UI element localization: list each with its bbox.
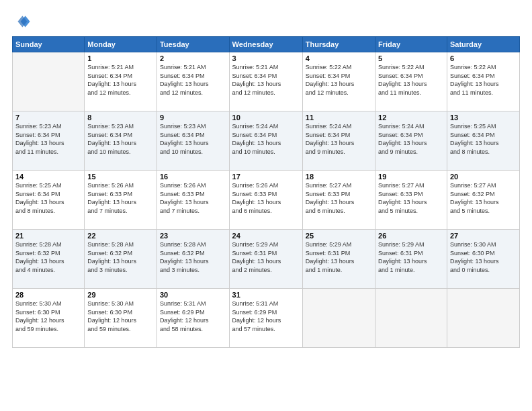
day-info: Sunrise: 5:31 AMSunset: 6:29 PMDaylight:… xyxy=(160,300,226,333)
day-cell: 23Sunrise: 5:28 AMSunset: 6:32 PMDayligh… xyxy=(157,230,229,289)
day-info: Sunrise: 5:23 AMSunset: 6:34 PMDaylight:… xyxy=(15,122,81,156)
day-number: 18 xyxy=(306,173,372,181)
day-number: 6 xyxy=(450,54,517,62)
day-info: Sunrise: 5:21 AMSunset: 6:34 PMDaylight:… xyxy=(232,63,300,97)
header-cell-sunday: Sunday xyxy=(13,37,85,52)
header-cell-thursday: Thursday xyxy=(302,37,375,52)
day-info: Sunrise: 5:28 AMSunset: 6:32 PMDaylight:… xyxy=(160,240,226,274)
day-info: Sunrise: 5:30 AMSunset: 6:30 PMDaylight:… xyxy=(450,240,517,274)
day-info: Sunrise: 5:23 AMSunset: 6:34 PMDaylight:… xyxy=(87,122,154,156)
day-cell: 16Sunrise: 5:26 AMSunset: 6:33 PMDayligh… xyxy=(157,171,229,230)
header-cell-tuesday: Tuesday xyxy=(157,37,229,52)
day-number: 17 xyxy=(232,173,300,181)
day-cell: 30Sunrise: 5:31 AMSunset: 6:29 PMDayligh… xyxy=(157,289,229,348)
day-cell: 6Sunrise: 5:22 AMSunset: 6:34 PMDaylight… xyxy=(447,52,519,111)
day-number: 19 xyxy=(378,173,444,181)
day-number: 15 xyxy=(87,173,154,181)
day-cell: 1Sunrise: 5:21 AMSunset: 6:34 PMDaylight… xyxy=(85,52,157,111)
day-cell: 5Sunrise: 5:22 AMSunset: 6:34 PMDaylight… xyxy=(375,52,447,111)
day-number: 12 xyxy=(378,113,444,122)
day-number: 8 xyxy=(87,113,154,122)
day-cell: 29Sunrise: 5:30 AMSunset: 6:30 PMDayligh… xyxy=(85,289,157,348)
day-info: Sunrise: 5:30 AMSunset: 6:30 PMDaylight:… xyxy=(15,300,81,333)
day-cell: 2Sunrise: 5:21 AMSunset: 6:34 PMDaylight… xyxy=(157,52,229,111)
day-cell: 8Sunrise: 5:23 AMSunset: 6:34 PMDaylight… xyxy=(85,111,157,171)
header-cell-wednesday: Wednesday xyxy=(229,37,302,52)
day-number: 3 xyxy=(232,54,300,62)
day-cell: 18Sunrise: 5:27 AMSunset: 6:33 PMDayligh… xyxy=(302,171,375,230)
day-number: 14 xyxy=(15,173,81,181)
day-info: Sunrise: 5:25 AMSunset: 6:34 PMDaylight:… xyxy=(450,122,517,156)
calendar-table: SundayMondayTuesdayWednesdayThursdayFrid… xyxy=(12,36,520,348)
day-cell: 22Sunrise: 5:28 AMSunset: 6:32 PMDayligh… xyxy=(85,230,157,289)
page: SundayMondayTuesdayWednesdayThursdayFrid… xyxy=(0,0,532,411)
header-cell-friday: Friday xyxy=(375,37,447,52)
day-info: Sunrise: 5:22 AMSunset: 6:34 PMDaylight:… xyxy=(450,63,517,97)
day-number: 21 xyxy=(15,232,81,240)
day-cell: 14Sunrise: 5:25 AMSunset: 6:34 PMDayligh… xyxy=(13,171,85,230)
day-cell: 31Sunrise: 5:31 AMSunset: 6:29 PMDayligh… xyxy=(229,289,302,348)
day-info: Sunrise: 5:24 AMSunset: 6:34 PMDaylight:… xyxy=(232,122,300,156)
day-info: Sunrise: 5:28 AMSunset: 6:32 PMDaylight:… xyxy=(15,240,81,274)
day-cell: 9Sunrise: 5:23 AMSunset: 6:34 PMDaylight… xyxy=(157,111,229,171)
day-info: Sunrise: 5:27 AMSunset: 6:33 PMDaylight:… xyxy=(378,181,444,215)
day-cell: 15Sunrise: 5:26 AMSunset: 6:33 PMDayligh… xyxy=(85,171,157,230)
day-info: Sunrise: 5:27 AMSunset: 6:32 PMDaylight:… xyxy=(450,181,517,215)
day-number: 28 xyxy=(15,291,81,299)
day-info: Sunrise: 5:22 AMSunset: 6:34 PMDaylight:… xyxy=(378,63,444,97)
day-cell: 26Sunrise: 5:29 AMSunset: 6:31 PMDayligh… xyxy=(375,230,447,289)
day-number: 24 xyxy=(232,232,300,240)
week-row-3: 14Sunrise: 5:25 AMSunset: 6:34 PMDayligh… xyxy=(13,171,520,230)
day-info: Sunrise: 5:29 AMSunset: 6:31 PMDaylight:… xyxy=(378,240,444,274)
day-info: Sunrise: 5:23 AMSunset: 6:34 PMDaylight:… xyxy=(160,122,226,156)
day-info: Sunrise: 5:22 AMSunset: 6:34 PMDaylight:… xyxy=(306,63,372,97)
day-cell: 21Sunrise: 5:28 AMSunset: 6:32 PMDayligh… xyxy=(13,230,85,289)
day-number: 26 xyxy=(378,232,444,240)
day-number: 4 xyxy=(306,54,372,62)
day-cell: 24Sunrise: 5:29 AMSunset: 6:31 PMDayligh… xyxy=(229,230,302,289)
day-cell: 4Sunrise: 5:22 AMSunset: 6:34 PMDaylight… xyxy=(302,52,375,111)
day-info: Sunrise: 5:26 AMSunset: 6:33 PMDaylight:… xyxy=(87,181,154,215)
day-number: 29 xyxy=(87,291,154,299)
day-cell: 20Sunrise: 5:27 AMSunset: 6:32 PMDayligh… xyxy=(447,171,519,230)
day-number: 22 xyxy=(87,232,154,240)
day-info: Sunrise: 5:31 AMSunset: 6:29 PMDaylight:… xyxy=(232,300,300,333)
day-number: 10 xyxy=(232,113,300,122)
day-cell: 13Sunrise: 5:25 AMSunset: 6:34 PMDayligh… xyxy=(447,111,519,171)
day-info: Sunrise: 5:26 AMSunset: 6:33 PMDaylight:… xyxy=(160,181,226,215)
day-info: Sunrise: 5:28 AMSunset: 6:32 PMDaylight:… xyxy=(87,240,154,274)
header xyxy=(12,12,520,31)
calendar-body: 1Sunrise: 5:21 AMSunset: 6:34 PMDaylight… xyxy=(13,52,520,348)
day-number: 25 xyxy=(306,232,372,240)
day-cell: 7Sunrise: 5:23 AMSunset: 6:34 PMDaylight… xyxy=(13,111,85,171)
week-row-4: 21Sunrise: 5:28 AMSunset: 6:32 PMDayligh… xyxy=(13,230,520,289)
day-number: 13 xyxy=(450,113,517,122)
day-info: Sunrise: 5:29 AMSunset: 6:31 PMDaylight:… xyxy=(306,240,372,274)
day-number: 1 xyxy=(87,54,154,62)
day-info: Sunrise: 5:26 AMSunset: 6:33 PMDaylight:… xyxy=(232,181,300,215)
calendar-header: SundayMondayTuesdayWednesdayThursdayFrid… xyxy=(13,37,520,52)
header-row: SundayMondayTuesdayWednesdayThursdayFrid… xyxy=(13,37,520,52)
day-number: 7 xyxy=(15,113,81,122)
day-cell: 3Sunrise: 5:21 AMSunset: 6:34 PMDaylight… xyxy=(229,52,302,111)
day-number: 16 xyxy=(160,173,226,181)
day-info: Sunrise: 5:24 AMSunset: 6:34 PMDaylight:… xyxy=(306,122,372,156)
day-cell xyxy=(447,289,519,348)
day-cell: 12Sunrise: 5:24 AMSunset: 6:34 PMDayligh… xyxy=(375,111,447,171)
day-info: Sunrise: 5:21 AMSunset: 6:34 PMDaylight:… xyxy=(87,63,154,97)
week-row-1: 1Sunrise: 5:21 AMSunset: 6:34 PMDaylight… xyxy=(13,52,520,111)
day-cell: 28Sunrise: 5:30 AMSunset: 6:30 PMDayligh… xyxy=(13,289,85,348)
day-number: 5 xyxy=(378,54,444,62)
day-info: Sunrise: 5:30 AMSunset: 6:30 PMDaylight:… xyxy=(87,300,154,333)
day-cell xyxy=(13,52,85,111)
logo-icon xyxy=(12,12,31,31)
day-info: Sunrise: 5:29 AMSunset: 6:31 PMDaylight:… xyxy=(232,240,300,274)
day-number: 23 xyxy=(160,232,226,240)
day-number: 27 xyxy=(450,232,517,240)
day-cell: 25Sunrise: 5:29 AMSunset: 6:31 PMDayligh… xyxy=(302,230,375,289)
logo xyxy=(12,12,34,31)
day-info: Sunrise: 5:21 AMSunset: 6:34 PMDaylight:… xyxy=(160,63,226,97)
day-info: Sunrise: 5:24 AMSunset: 6:34 PMDaylight:… xyxy=(378,122,444,156)
day-cell: 19Sunrise: 5:27 AMSunset: 6:33 PMDayligh… xyxy=(375,171,447,230)
day-cell: 11Sunrise: 5:24 AMSunset: 6:34 PMDayligh… xyxy=(302,111,375,171)
